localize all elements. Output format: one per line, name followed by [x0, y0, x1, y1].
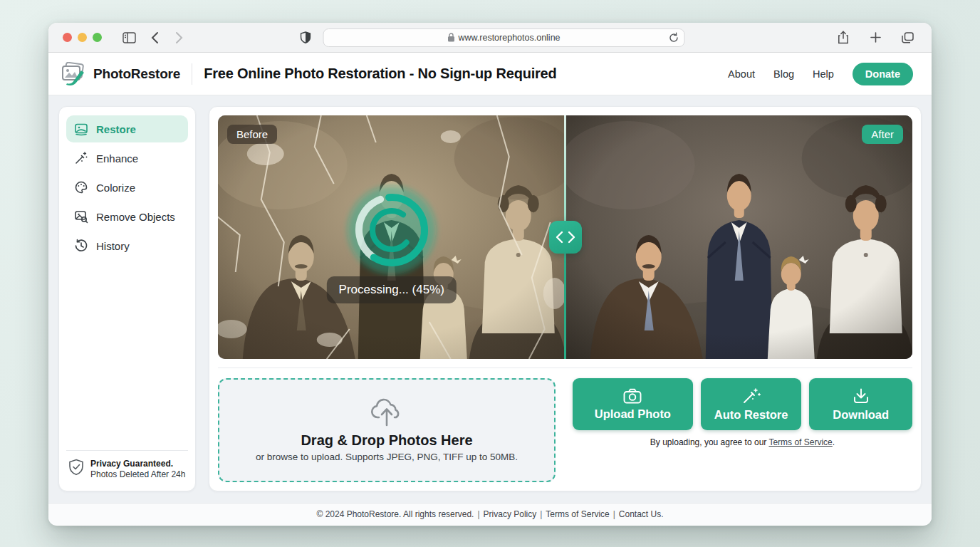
download-icon: [853, 387, 870, 405]
footer-privacy-policy-link[interactable]: Privacy Policy: [484, 509, 537, 519]
auto-restore-button[interactable]: Auto Restore: [701, 378, 802, 430]
zoom-window-button[interactable]: [93, 33, 102, 42]
header-divider: [192, 63, 192, 85]
content-divider: [218, 368, 912, 368]
app-footer: © 2024 PhotoRestore. All rights reserved…: [48, 503, 932, 525]
header-nav: About Blog Help Donate: [728, 63, 913, 85]
sidebar-item-label: Remove Objects: [96, 211, 175, 223]
camera-icon: [623, 388, 642, 404]
action-buttons: Upload Photo Auto Restore Download: [573, 378, 912, 482]
address-bar[interactable]: www.restorephotos.online: [323, 28, 685, 47]
terms-of-service-link[interactable]: Terms of Service: [768, 437, 832, 447]
photorestore-logo-icon: [60, 62, 87, 86]
sidebar-item-history[interactable]: History: [66, 232, 188, 259]
upload-row: Drag & Drop Photos Here or browse to upl…: [218, 378, 912, 482]
desktop-background: www.restorephotos.online: [0, 0, 980, 547]
nav-help[interactable]: Help: [813, 68, 834, 80]
enhance-icon: [74, 151, 88, 165]
brand-name: PhotoRestore: [93, 66, 180, 82]
terms-note: By uploading, you agree to our Terms of …: [573, 437, 912, 447]
nav-about[interactable]: About: [728, 68, 755, 80]
close-window-button[interactable]: [63, 33, 72, 42]
download-button[interactable]: Download: [809, 378, 912, 430]
sidebar-item-label: Colorize: [96, 182, 135, 194]
sidebar-toggle-icon[interactable]: [119, 28, 139, 48]
sidebar-item-colorize[interactable]: Colorize: [66, 174, 188, 201]
before-after-viewer: Before After Processing... (45%): [218, 115, 912, 359]
before-photo: [218, 115, 565, 359]
nav-blog[interactable]: Blog: [773, 68, 794, 80]
upload-photo-button[interactable]: Upload Photo: [573, 378, 693, 430]
sidebar-item-label: Enhance: [96, 152, 138, 165]
sidebar-item-label: History: [96, 240, 130, 252]
sidebar-item-enhance[interactable]: Enhance: [66, 145, 188, 172]
footer-contact-link[interactable]: Contact Us.: [619, 509, 664, 519]
dropzone-title: Drag & Drop Photos Here: [301, 432, 472, 449]
page-title: Free Online Photo Restoration - No Sign-…: [204, 66, 556, 82]
reload-icon[interactable]: [669, 32, 679, 45]
sidebar-item-restore[interactable]: Restore: [66, 115, 188, 142]
app-header: PhotoRestore Free Online Photo Restorati…: [48, 53, 932, 95]
tab-overview-icon[interactable]: [897, 28, 917, 48]
after-photo: [565, 115, 913, 359]
dropzone[interactable]: Drag & Drop Photos Here or browse to upl…: [218, 378, 556, 482]
footer-terms-link[interactable]: Terms of Service: [546, 509, 609, 519]
after-badge: After: [862, 125, 903, 144]
sidebar-item-label: Restore: [96, 123, 136, 135]
share-icon[interactable]: [833, 28, 853, 48]
back-button[interactable]: [145, 28, 165, 48]
sidebar-item-remove-objects[interactable]: Remove Objects: [66, 203, 188, 230]
shield-check-icon: [68, 459, 84, 476]
before-pane: [218, 115, 565, 359]
colorize-icon: [74, 180, 88, 194]
history-icon: [74, 239, 88, 253]
browser-toolbar: www.restorephotos.online: [48, 23, 932, 53]
new-tab-icon[interactable]: [865, 28, 885, 48]
copyright-text: © 2024 PhotoRestore. All rights reserved…: [316, 509, 474, 519]
privacy-subtitle: Photos Deleted After 24h: [90, 469, 185, 479]
browser-window: www.restorephotos.online: [48, 23, 932, 526]
privacy-note: Privacy Guaranteed. Photos Deleted After…: [66, 450, 188, 482]
remove-objects-icon: [74, 209, 88, 224]
forward-button[interactable]: [169, 28, 189, 48]
magic-wand-icon: [742, 387, 761, 405]
privacy-title: Privacy Guaranteed.: [90, 459, 185, 470]
window-controls: [63, 33, 102, 42]
comparison-slider-handle[interactable]: [549, 221, 582, 254]
app-body: Restore Enhance Colorize: [48, 95, 932, 503]
before-badge: Before: [227, 125, 277, 144]
donate-button[interactable]: Donate: [853, 63, 913, 85]
lock-icon: [447, 33, 454, 42]
after-pane: [565, 115, 913, 359]
main-panel: Before After Processing... (45%): [209, 106, 922, 491]
restore-icon: [74, 122, 88, 136]
cloud-upload-icon: [370, 398, 403, 427]
url-text: www.restorephotos.online: [458, 33, 560, 43]
minimize-window-button[interactable]: [78, 33, 87, 42]
sidebar: Restore Enhance Colorize: [58, 106, 196, 491]
dropzone-subtitle: or browse to upload. Supports JPEG, PNG,…: [256, 452, 518, 462]
privacy-shield-icon[interactable]: [296, 28, 316, 48]
brand[interactable]: PhotoRestore: [60, 62, 180, 86]
